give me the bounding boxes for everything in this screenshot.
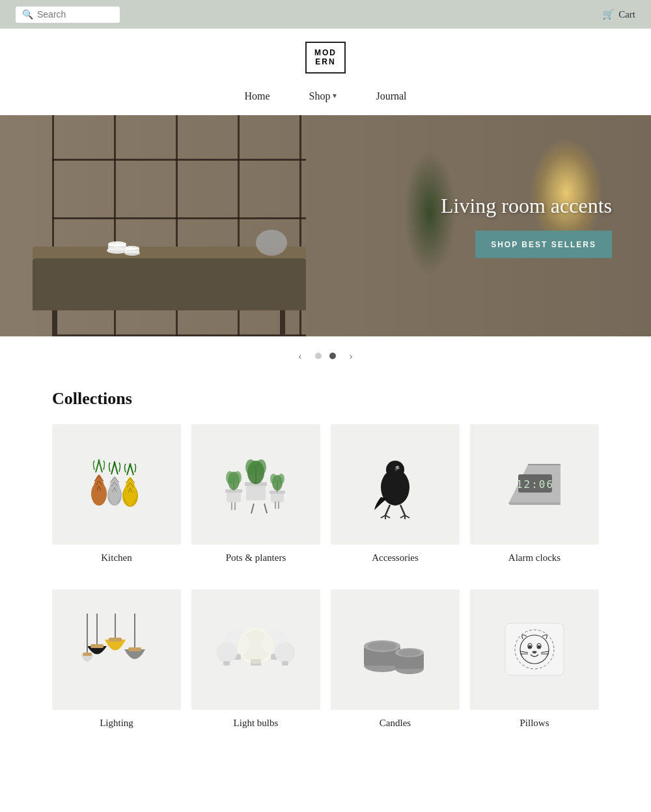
collection-lighting[interactable]: Lighting: [52, 589, 181, 729]
svg-rect-19: [246, 484, 266, 500]
collections-title: Collections: [52, 389, 599, 409]
chevron-down-icon: ▾: [333, 91, 337, 101]
svg-text:12:06: 12:06: [516, 478, 554, 491]
search-box[interactable]: 🔍: [16, 7, 120, 23]
collection-bulbs-image: [191, 589, 320, 710]
svg-point-30: [270, 474, 277, 484]
svg-point-25: [256, 459, 266, 475]
svg-point-86: [529, 645, 531, 648]
svg-rect-57: [90, 644, 104, 648]
collection-pillows-label: Pillows: [470, 718, 599, 729]
cart-label: Cart: [618, 9, 635, 20]
collection-pots-image: [191, 424, 320, 545]
site-logo[interactable]: MOD ERN: [305, 42, 346, 74]
svg-point-70: [275, 642, 295, 663]
collection-kitchen[interactable]: Kitchen: [52, 424, 181, 563]
collection-clocks-label: Alarm clocks: [470, 552, 599, 563]
collection-accessories[interactable]: Accessories: [331, 424, 460, 563]
svg-point-24: [245, 459, 256, 475]
hero-banner: Living room accents SHOP BEST SELLERS: [0, 115, 651, 336]
svg-rect-71: [282, 661, 288, 666]
collection-clocks-image: 12:06: [470, 424, 599, 545]
svg-rect-61: [83, 653, 92, 656]
svg-rect-58: [109, 638, 122, 642]
carousel-nav: ‹ ›: [0, 336, 651, 376]
collection-pillows[interactable]: Pillows: [470, 589, 599, 729]
collection-kitchen-label: Kitchen: [52, 552, 181, 563]
hero-cta-button[interactable]: SHOP BEST SELLERS: [475, 230, 612, 258]
hero-teacup-decoration: [104, 236, 143, 262]
nav-shop[interactable]: Shop ▾: [309, 90, 337, 102]
hero-pillow-decoration: [254, 226, 290, 262]
svg-point-6: [125, 246, 139, 250]
collection-kitchen-image: [52, 424, 181, 545]
svg-line-48: [400, 515, 405, 518]
collection-clocks[interactable]: 12:06 Alarm clocks: [470, 424, 599, 563]
collection-candles-image: [331, 589, 460, 710]
hero-title: Living room accents: [441, 193, 612, 217]
collection-candles[interactable]: Candles: [331, 589, 460, 729]
collection-accessories-image: [331, 424, 460, 545]
collections-row-1: Kitchen: [52, 424, 599, 563]
svg-line-45: [381, 515, 385, 518]
collection-candles-label: Candles: [331, 718, 460, 729]
svg-line-34: [251, 504, 254, 513]
carousel-prev-button[interactable]: ‹: [293, 347, 307, 366]
collection-bulbs-label: Light bulbs: [191, 718, 320, 729]
logo-line2: ERN: [314, 57, 337, 66]
svg-line-35: [264, 504, 267, 513]
collection-accessories-label: Accessories: [331, 552, 460, 563]
main-nav: Home Shop ▾ Journal: [0, 80, 651, 115]
collection-pillows-image: [470, 589, 599, 710]
svg-point-8: [258, 232, 284, 253]
carousel-dot-1[interactable]: [315, 353, 322, 359]
svg-point-31: [278, 474, 284, 484]
svg-point-72: [238, 628, 274, 664]
svg-point-76: [368, 642, 396, 651]
svg-line-47: [385, 515, 390, 518]
cart-icon: 🛒: [602, 8, 615, 20]
collection-pots[interactable]: Pots & planters: [191, 424, 320, 563]
collections-row-2: Lighting: [52, 589, 599, 729]
hero-content: Living room accents SHOP BEST SELLERS: [441, 193, 612, 258]
carousel-dot-2[interactable]: [329, 353, 336, 359]
svg-line-43: [385, 505, 390, 515]
svg-point-42: [398, 467, 399, 468]
svg-point-87: [538, 645, 540, 648]
search-icon: 🔍: [22, 9, 33, 20]
nav-journal[interactable]: Journal: [376, 90, 406, 102]
search-input[interactable]: [37, 9, 113, 20]
carousel-next-button[interactable]: ›: [344, 347, 358, 366]
svg-point-2: [108, 241, 126, 247]
collection-lighting-label: Lighting: [52, 718, 181, 729]
svg-rect-81: [505, 623, 564, 675]
collections-section: Collections: [0, 376, 651, 781]
cart-button[interactable]: 🛒 Cart: [602, 8, 635, 20]
hero-bench-decoration: [33, 258, 306, 310]
collection-pots-label: Pots & planters: [191, 552, 320, 563]
svg-line-44: [400, 505, 405, 515]
collection-lighting-image: [52, 589, 181, 710]
svg-rect-59: [128, 647, 141, 651]
svg-point-68: [217, 642, 237, 663]
svg-point-80: [398, 649, 421, 656]
logo-area: MOD ERN: [0, 29, 651, 80]
top-bar: 🔍 🛒 Cart: [0, 0, 651, 29]
svg-point-17: [226, 471, 234, 484]
collection-bulbs[interactable]: Light bulbs: [191, 589, 320, 729]
svg-rect-69: [223, 661, 230, 666]
nav-home[interactable]: Home: [244, 90, 270, 102]
svg-point-18: [234, 471, 242, 484]
svg-line-50: [405, 515, 409, 518]
logo-line1: MOD: [314, 48, 337, 57]
